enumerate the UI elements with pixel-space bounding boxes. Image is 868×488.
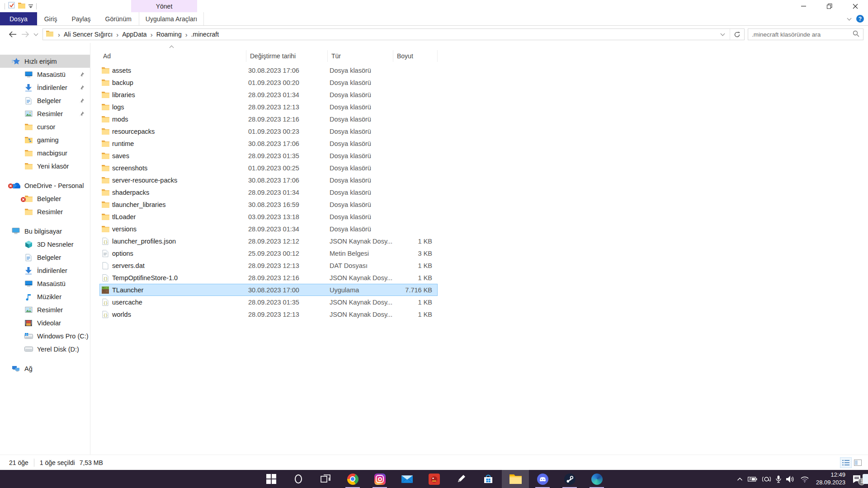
taskbar-chrome-icon[interactable] bbox=[339, 470, 366, 488]
properties-check-icon[interactable] bbox=[8, 2, 15, 10]
address-dropdown-icon[interactable] bbox=[715, 29, 730, 40]
sidebar-item-resimler[interactable]: Resimler bbox=[0, 205, 90, 218]
file-row[interactable]: backup01.09.2023 00:20Dosya klasörü bbox=[99, 76, 438, 89]
ribbon-tab-giri-[interactable]: Giriş bbox=[37, 12, 65, 25]
sidebar-item-yeni-klasör[interactable]: Yeni klasör bbox=[0, 160, 90, 173]
sidebar-item-bu-bilgisayar[interactable]: Bu bilgisayar bbox=[0, 225, 90, 238]
file-row[interactable]: {}worlds28.09.2023 12:13JSON Kaynak Dosy… bbox=[99, 308, 438, 320]
column-header-boyut[interactable]: Boyut bbox=[393, 50, 438, 62]
back-button[interactable] bbox=[6, 28, 19, 41]
search-icon[interactable] bbox=[853, 30, 859, 39]
breadcrumb-segment[interactable]: Roaming bbox=[156, 31, 182, 38]
tray-wifi-icon[interactable] bbox=[800, 476, 809, 483]
column-header-ad[interactable]: Ad bbox=[99, 50, 246, 62]
taskbar-edge-icon[interactable] bbox=[583, 470, 610, 488]
sidebar-item-resimler[interactable]: Resimler bbox=[0, 107, 90, 120]
taskbar-pen-icon[interactable] bbox=[448, 470, 475, 488]
tray-cast-icon[interactable] bbox=[762, 476, 771, 483]
file-row[interactable]: saves28.09.2023 01:35Dosya klasörü bbox=[99, 150, 438, 162]
large-icons-view-button[interactable] bbox=[852, 457, 863, 468]
ribbon-tab-g-r-n-m[interactable]: Görünüm bbox=[98, 12, 139, 25]
taskbar-cortana-search-icon[interactable] bbox=[285, 470, 312, 488]
file-row[interactable]: options25.09.2023 00:12Metin Belgesi3 KB bbox=[99, 247, 438, 259]
file-row[interactable]: {}launcher_profiles.json28.09.2023 12:12… bbox=[99, 235, 438, 247]
close-button[interactable] bbox=[842, 0, 868, 12]
breadcrumb-segment[interactable]: .minecraft bbox=[191, 31, 219, 38]
taskbar-steam-icon[interactable] bbox=[556, 470, 583, 488]
taskbar-mail-icon[interactable] bbox=[393, 470, 420, 488]
file-row[interactable]: servers.dat28.09.2023 12:13DAT Dosyası1 … bbox=[99, 259, 438, 272]
file-row[interactable]: tlLoader03.09.2023 13:18Dosya klasörü bbox=[99, 211, 438, 223]
ribbon-tab-uygulama-ara-lar-[interactable]: Uygulama Araçları bbox=[139, 12, 204, 25]
search-box[interactable] bbox=[748, 28, 863, 40]
column-header-değiştirme-tarihi[interactable]: Değiştirme tarihi bbox=[246, 50, 328, 62]
tray-battery-icon[interactable] bbox=[748, 476, 757, 482]
sidebar-item-macbigsur[interactable]: macbigsur bbox=[0, 146, 90, 160]
file-row[interactable]: tlauncher_libraries30.08.2023 16:59Dosya… bbox=[99, 198, 438, 211]
file-row[interactable]: server-resource-packs30.08.2023 17:06Dos… bbox=[99, 174, 438, 186]
forward-button[interactable] bbox=[19, 28, 32, 41]
sidebar-item-i-ndirilenler[interactable]: İndirilenler bbox=[0, 264, 90, 277]
sidebar-item-cursor[interactable]: cursor bbox=[0, 120, 90, 133]
sidebar-item-i-ndirilenler[interactable]: İndirilenler bbox=[0, 81, 90, 94]
customize-qat-icon[interactable] bbox=[28, 2, 33, 10]
recent-locations-icon[interactable] bbox=[32, 28, 40, 41]
notification-center-icon[interactable]: 1 bbox=[852, 475, 862, 483]
sidebar-item-videolar[interactable]: Videolar bbox=[0, 316, 90, 329]
taskbar-file-explorer-icon[interactable] bbox=[502, 470, 529, 488]
new-folder-icon[interactable] bbox=[18, 2, 25, 10]
sidebar-item-windows-pro-c-[interactable]: Windows Pro (C:) bbox=[0, 329, 90, 343]
file-row[interactable]: versions28.09.2023 01:34Dosya klasörü bbox=[99, 223, 438, 235]
refresh-icon[interactable] bbox=[730, 29, 744, 40]
sidebar-item-ağ[interactable]: Ağ bbox=[0, 362, 90, 375]
sidebar-item-gaming[interactable]: gaming bbox=[0, 133, 90, 146]
tray-microphone-icon[interactable] bbox=[776, 475, 781, 483]
breadcrumb-segment[interactable]: Ali Sencer Sığırcı bbox=[64, 31, 113, 38]
file-row[interactable]: screenshots01.09.2023 00:25Dosya klasörü bbox=[99, 162, 438, 174]
taskbar-task-view-icon[interactable] bbox=[312, 470, 339, 488]
help-icon[interactable]: ? bbox=[856, 15, 864, 23]
taskbar-store-icon[interactable] bbox=[475, 470, 502, 488]
sidebar-item-onedrive-personal[interactable]: OneDrive - Personal bbox=[0, 179, 90, 192]
taskbar-instagram-icon[interactable] bbox=[366, 470, 393, 488]
file-row[interactable]: mods28.09.2023 12:16Dosya klasörü bbox=[99, 113, 438, 125]
file-row[interactable]: shaderpacks28.09.2023 01:34Dosya klasörü bbox=[99, 186, 438, 198]
sidebar-item-3d-nesneler[interactable]: 3D Nesneler bbox=[0, 238, 90, 251]
sidebar-item-belgeler[interactable]: Belgeler bbox=[0, 251, 90, 264]
details-view-button[interactable] bbox=[840, 457, 852, 468]
file-row[interactable]: {}usercache28.09.2023 01:35JSON Kaynak D… bbox=[99, 296, 438, 308]
tray-chevron-up-icon[interactable] bbox=[737, 477, 743, 481]
minimize-button[interactable] bbox=[791, 0, 816, 12]
tray-cutoff-icon[interactable] bbox=[863, 474, 868, 484]
file-row[interactable]: {}TempOptifineStore-1.028.09.2023 12:16J… bbox=[99, 272, 438, 284]
file-row[interactable]: runtime30.08.2023 17:06Dosya klasörü bbox=[99, 137, 438, 150]
file-row[interactable]: libraries28.09.2023 01:34Dosya klasörü bbox=[99, 89, 438, 101]
file-row[interactable]: resourcepacks01.09.2023 00:23Dosya klasö… bbox=[99, 125, 438, 137]
taskbar-start-icon[interactable] bbox=[258, 470, 285, 488]
taskbar-clock[interactable]: 12:49 28.09.2023 bbox=[816, 471, 845, 487]
file-row[interactable]: logs28.09.2023 12:13Dosya klasörü bbox=[99, 101, 438, 113]
ribbon-tab-payla-[interactable]: Paylaş bbox=[64, 12, 98, 25]
sidebar-item-belgeler[interactable]: Belgeler bbox=[0, 192, 90, 205]
sidebar-item-masaüstü[interactable]: Masaüstü bbox=[0, 277, 90, 290]
sidebar-item-belgeler[interactable]: Belgeler bbox=[0, 94, 90, 107]
taskbar-discord-icon[interactable] bbox=[529, 470, 556, 488]
taskbar-game-icon[interactable] bbox=[420, 470, 448, 488]
column-header-tür[interactable]: Tür bbox=[328, 50, 393, 62]
ribbon-tab-dosya[interactable]: Dosya bbox=[0, 12, 37, 25]
file-type: Dosya klasörü bbox=[328, 140, 393, 147]
file-row[interactable]: assets30.08.2023 17:06Dosya klasörü bbox=[99, 64, 438, 76]
sidebar-item-resimler[interactable]: Resimler bbox=[0, 303, 90, 316]
sidebar-item-müzikler[interactable]: Müzikler bbox=[0, 290, 90, 303]
breadcrumb-segment[interactable]: AppData bbox=[122, 31, 146, 38]
collapse-ribbon-icon[interactable] bbox=[847, 16, 852, 20]
sidebar-item-masaüstü[interactable]: Masaüstü bbox=[0, 68, 90, 81]
sidebar-item-yerel-disk-d-[interactable]: Yerel Disk (D:) bbox=[0, 343, 90, 356]
address-bar[interactable]: ›Ali Sencer Sığırcı›AppData›Roaming›.min… bbox=[42, 28, 745, 40]
sidebar-item-hızlı-erişim[interactable]: Hızlı erişim bbox=[0, 55, 90, 68]
file-row[interactable]: TLauncher30.08.2023 17:00Uygulama7.716 K… bbox=[99, 284, 438, 296]
restore-button[interactable] bbox=[816, 0, 842, 12]
sort-ascending-icon[interactable] bbox=[170, 46, 174, 50]
search-input[interactable] bbox=[752, 31, 853, 38]
tray-volume-icon[interactable] bbox=[786, 476, 795, 483]
